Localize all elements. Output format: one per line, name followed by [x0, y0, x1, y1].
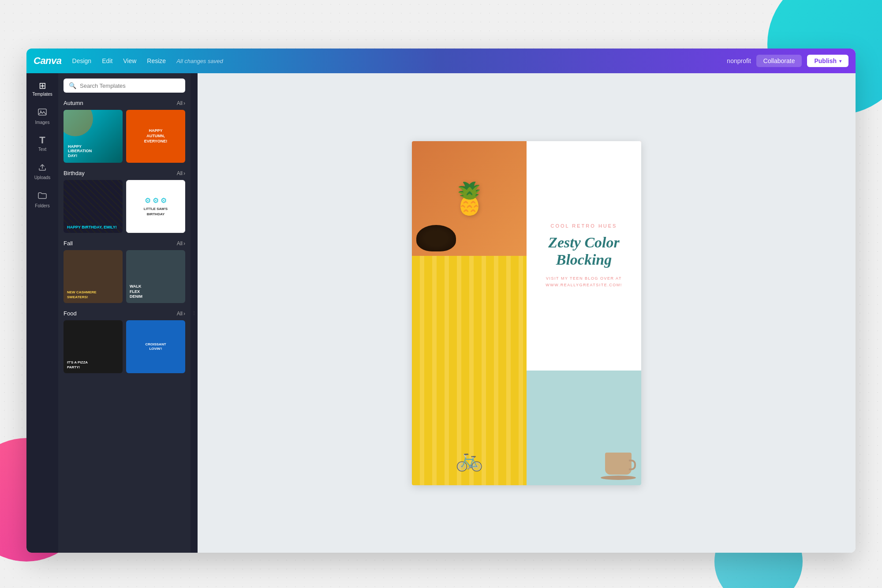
app-window: Canva Design Edit View Resize All change… — [26, 49, 856, 553]
app-logo: Canva — [34, 55, 62, 67]
template-card[interactable]: HAPPY LIBERATION DAY! — [64, 110, 123, 163]
category-header-fall: Fall All › — [64, 240, 185, 247]
canvas-text-overlay: COOL RETRO HUES Zesty Color Blocking VIS… — [527, 141, 641, 371]
templates-icon: ⊞ — [39, 81, 46, 90]
templates-panel: 🔍 Autumn All › HAPPY LIBERATION — [58, 73, 191, 553]
category-title-food: Food — [64, 310, 77, 317]
category-title-fall: Fall — [64, 240, 73, 247]
category-all-food[interactable]: All › — [177, 311, 185, 317]
canvas-cell-pineapple: 🍍 — [412, 141, 527, 256]
category-title-birthday: Birthday — [64, 170, 85, 176]
save-status: All changes saved — [176, 58, 223, 64]
svg-point-1 — [40, 111, 41, 112]
template-card[interactable]: HAPPY BIRTHDAY, EMILY! — [64, 180, 123, 233]
handle-icon: ⋮ — [192, 311, 196, 315]
folders-icon — [37, 191, 47, 202]
menu-edit[interactable]: Edit — [102, 57, 112, 64]
template-grid-fall: NEW CASHMERE SWEATERS! WALK FLEX DENIM — [64, 250, 185, 303]
svg-rect-0 — [38, 109, 46, 115]
category-fall: Fall All › NEW CASHMERE SWEATERS! — [64, 240, 185, 303]
category-all-fall[interactable]: All › — [177, 240, 185, 247]
canvas-area: 🍍 COOL RETRO HUES Zesty Color Blo — [198, 73, 856, 553]
search-input[interactable] — [80, 82, 180, 89]
navbar-menu: Design Edit View Resize — [72, 57, 166, 64]
menu-resize[interactable]: Resize — [147, 57, 166, 64]
canvas-cell-yellow: 🚲 — [412, 256, 527, 485]
design-canvas: 🍍 COOL RETRO HUES Zesty Color Blo — [412, 141, 641, 485]
category-autumn: Autumn All › HAPPY LIBERATION DAY! — [64, 100, 185, 163]
uploads-icon — [37, 162, 47, 173]
publish-chevron-icon: ▾ — [839, 59, 841, 64]
icon-sidebar: ⊞ Templates Images T Text — [26, 73, 58, 553]
panel-collapse-handle[interactable]: ⋮ — [191, 73, 198, 553]
template-card[interactable]: ⚙ ⚙ ⚙ LITTLE SAM'S BIRTHDAY — [126, 180, 185, 233]
nonprofit-label: nonprofit — [727, 57, 751, 64]
category-header-food: Food All › — [64, 310, 185, 317]
images-icon — [37, 107, 47, 118]
category-header-birthday: Birthday All › — [64, 170, 185, 176]
template-grid-autumn: HAPPY LIBERATION DAY! HAPPY AUTUMN, EVER… — [64, 110, 185, 163]
category-food: Food All › IT'S A PIZZA PARTY! — [64, 310, 185, 373]
template-card[interactable]: IT'S A PIZZA PARTY! — [64, 320, 123, 373]
template-card[interactable]: NEW CASHMERE SWEATERS! — [64, 250, 123, 303]
sidebar-item-folders[interactable]: Folders — [29, 186, 56, 213]
canvas-cell-teal — [527, 371, 641, 485]
template-card[interactable]: WALK FLEX DENIM — [126, 250, 185, 303]
category-title-autumn: Autumn — [64, 100, 83, 106]
guinea-pig-decoration — [416, 225, 456, 251]
template-card[interactable]: HAPPY AUTUMN, EVERYONE! — [126, 110, 185, 163]
template-card[interactable]: CROISSANT LOVIN'! — [126, 320, 185, 373]
category-all-birthday[interactable]: All › — [177, 170, 185, 176]
menu-view[interactable]: View — [123, 57, 136, 64]
template-grid-birthday: HAPPY BIRTHDAY, EMILY! ⚙ ⚙ ⚙ LITTLE SAM'… — [64, 180, 185, 233]
navbar-right: nonprofit Collaborate Publish ▾ — [727, 55, 848, 67]
canvas-subtitle: COOL RETRO HUES — [551, 223, 617, 228]
menu-design[interactable]: Design — [72, 57, 92, 64]
publish-button[interactable]: Publish ▾ — [807, 55, 848, 67]
canvas-title: Zesty Color Blocking — [537, 234, 631, 268]
sidebar-item-images[interactable]: Images — [29, 103, 56, 129]
template-grid-food: IT'S A PIZZA PARTY! CROISSANT LOVIN'! — [64, 320, 185, 373]
sidebar-item-text[interactable]: T Text — [29, 131, 56, 156]
category-header-autumn: Autumn All › — [64, 100, 185, 106]
navbar: Canva Design Edit View Resize All change… — [26, 49, 856, 73]
coffee-cup-decoration — [601, 445, 636, 480]
sidebar-item-templates[interactable]: ⊞ Templates — [29, 77, 56, 101]
collaborate-button[interactable]: Collaborate — [756, 55, 802, 67]
pineapple-icon: 🍍 — [450, 183, 489, 214]
search-bar: 🔍 — [64, 79, 185, 93]
canvas-body: VISIT MY TEEN BLOG OVER AT WWW.REALLYGRE… — [546, 275, 622, 288]
category-birthday: Birthday All › HAPPY BIRTHDAY, EMILY! ⚙ … — [64, 170, 185, 233]
app-body: ⊞ Templates Images T Text — [26, 73, 856, 553]
text-icon: T — [39, 135, 45, 145]
category-all-autumn[interactable]: All › — [177, 100, 185, 106]
sidebar-item-uploads[interactable]: Uploads — [29, 158, 56, 184]
bicycle-icon: 🚲 — [456, 446, 483, 472]
search-icon: 🔍 — [69, 82, 76, 89]
